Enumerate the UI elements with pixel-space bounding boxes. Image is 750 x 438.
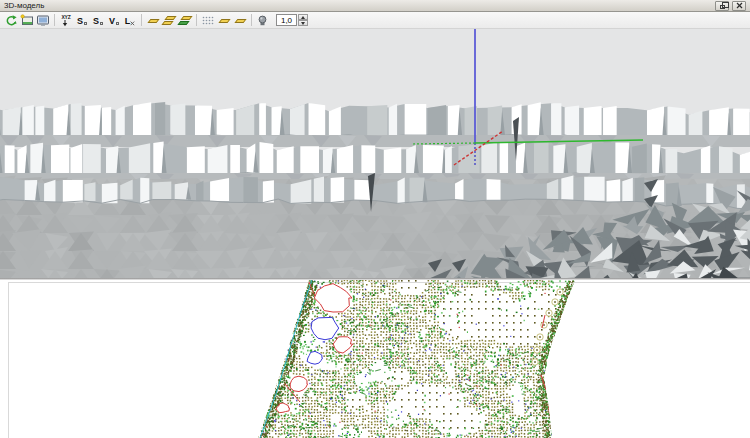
sections-button[interactable]: L [122,13,138,28]
scale-spin-buttons [298,14,308,26]
display-button[interactable] [35,13,51,28]
up-arrow-icon [301,16,305,19]
magnet-button[interactable] [255,13,271,28]
surface-s1-label: S [77,17,83,26]
subscript-square [84,22,87,25]
close-icon [736,2,743,9]
scale-down-button[interactable] [298,20,308,26]
refresh-icon [4,14,18,27]
monitor-icon [36,14,50,27]
map-panel [0,280,750,438]
axes-button[interactable]: XYZ [58,13,74,28]
planes-icon [162,14,176,26]
small-cross-icon [130,21,135,26]
surface-s1-button[interactable]: S [74,13,90,28]
plane-icon [217,14,231,26]
surface-s2-label: S [93,17,99,26]
subscript-square [116,22,119,25]
plane-icon [146,14,160,26]
vectors-label: V [109,17,115,26]
scale-input[interactable] [276,14,297,26]
3d-model-window: 3D-модель XYZSSVL [0,0,750,438]
capture-icon [20,14,34,27]
capture-button[interactable] [19,13,35,28]
green-planes-icon [178,14,192,26]
toolbar-separator [54,14,55,26]
toolbar-separator [141,14,142,26]
plane-a-button[interactable] [216,13,232,28]
close-button[interactable] [732,1,746,11]
surface-s2-button[interactable]: S [90,13,106,28]
dots-grid-icon [201,14,215,27]
refresh-button[interactable] [3,13,19,28]
titlebar[interactable]: 3D-модель [0,0,750,12]
toolbar-separator [196,14,197,26]
plane-single-button[interactable] [145,13,161,28]
toolbar: XYZSSVL [0,12,750,29]
restore-button[interactable] [715,1,729,11]
subscript-square [100,22,103,25]
down-arrow-icon [301,22,305,25]
point-grid-button[interactable] [200,13,216,28]
plane-green-button[interactable] [177,13,193,28]
plane-icon [233,14,247,26]
magnet-icon [256,14,270,27]
plane-b-button[interactable] [232,13,248,28]
viewport-3d[interactable] [0,29,750,278]
plane-double-button[interactable] [161,13,177,28]
window-title: 3D-модель [4,1,712,11]
scale-spinner [276,14,308,26]
vectors-button[interactable]: V [106,13,122,28]
toolbar-separator [251,14,252,26]
restore-icon [720,5,725,9]
map-2d-view[interactable] [0,280,750,438]
down-arrow-icon [62,20,70,27]
